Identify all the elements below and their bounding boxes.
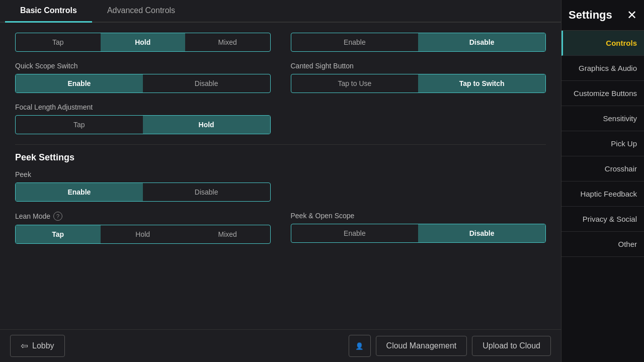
row-focal: Focal Length Adjustment Tap Hold xyxy=(15,103,546,134)
tap-to-switch[interactable]: Tap to Switch xyxy=(418,74,545,93)
lean-mixed[interactable]: Mixed xyxy=(185,225,270,243)
right-sidebar: Settings ✕ Controls Graphics & Audio Cus… xyxy=(561,0,644,362)
mixed-option-1[interactable]: Mixed xyxy=(185,33,270,51)
tab-basic[interactable]: Basic Controls xyxy=(5,0,92,23)
quick-scope-buttons: Enable Disable xyxy=(15,74,271,93)
sidebar-nav: Controls Graphics & Audio Customize Butt… xyxy=(561,31,644,257)
sidebar-item-haptic-feedback[interactable]: Haptic Feedback xyxy=(561,182,644,207)
peek-disable[interactable]: Disable xyxy=(143,183,270,201)
scope-mode-group: Tap Hold Mixed xyxy=(15,33,271,52)
settings-scroll: Tap Hold Mixed Enable Disable Quick Sc xyxy=(0,23,561,329)
focal-group: Focal Length Adjustment Tap Hold xyxy=(15,103,271,134)
quick-scope-enable[interactable]: Enable xyxy=(16,74,143,93)
lean-mode-info-icon[interactable]: ? xyxy=(53,212,62,221)
tap-to-use[interactable]: Tap to Use xyxy=(291,74,419,93)
peek-scope-disable[interactable]: Disable xyxy=(418,224,545,242)
cloud-avatar-button[interactable]: 👤 xyxy=(349,335,371,357)
cloud-mgmt-label: Cloud Management xyxy=(386,341,457,350)
sidebar-title: Settings xyxy=(569,9,612,22)
lobby-button[interactable]: ⇦ Lobby xyxy=(10,335,65,357)
quick-scope-disable[interactable]: Disable xyxy=(143,74,270,93)
sidebar-item-privacy-social[interactable]: Privacy & Social xyxy=(561,207,644,232)
sidebar-item-pick-up[interactable]: Pick Up xyxy=(561,131,644,156)
lobby-label: Lobby xyxy=(32,341,54,350)
enable-option-1[interactable]: Enable xyxy=(291,33,419,51)
cloud-management-button[interactable]: Cloud Management xyxy=(376,336,467,356)
sidebar-item-crosshair[interactable]: Crosshair xyxy=(561,156,644,182)
upload-label: Upload to Cloud xyxy=(482,341,540,350)
row-peek: Peek Enable Disable xyxy=(15,170,546,202)
sidebar-item-other[interactable]: Other xyxy=(561,232,644,257)
lean-tap[interactable]: Tap xyxy=(16,225,101,243)
sidebar-header: Settings ✕ xyxy=(561,0,644,31)
enable-disable-group-1: Enable Disable xyxy=(291,33,546,52)
peek-enable[interactable]: Enable xyxy=(16,183,143,201)
peek-buttons: Enable Disable xyxy=(15,183,271,202)
row-top-controls: Tap Hold Mixed Enable Disable xyxy=(15,33,546,52)
lean-mode-group: Lean Mode ? Tap Hold Mixed xyxy=(15,212,271,244)
peek-scope-buttons: Enable Disable xyxy=(291,224,546,243)
disable-option-1[interactable]: Disable xyxy=(418,33,545,51)
row-quick-scope: Quick Scope Switch Enable Disable Canted… xyxy=(15,62,546,93)
hold-option-1[interactable]: Hold xyxy=(101,33,186,51)
lean-mode-buttons: Tap Hold Mixed xyxy=(15,225,271,244)
top-tabs: Basic Controls Advanced Controls xyxy=(0,0,561,23)
quick-scope-group: Quick Scope Switch Enable Disable xyxy=(15,62,271,93)
tap-option-1[interactable]: Tap xyxy=(16,33,101,51)
tab-advanced[interactable]: Advanced Controls xyxy=(92,0,190,23)
row-lean-peek-scope: Lean Mode ? Tap Hold Mixed Peek & Open S… xyxy=(15,212,546,244)
canted-sight-buttons: Tap to Use Tap to Switch xyxy=(291,74,546,93)
peek-scope-enable[interactable]: Enable xyxy=(291,224,419,242)
lean-hold[interactable]: Hold xyxy=(101,225,186,243)
peek-section-title: Peek Settings xyxy=(15,152,546,163)
section-divider xyxy=(15,144,546,145)
focal-tap[interactable]: Tap xyxy=(16,116,143,134)
close-button[interactable]: ✕ xyxy=(627,8,637,22)
upload-to-cloud-button[interactable]: Upload to Cloud xyxy=(472,336,551,356)
sidebar-item-customize-buttons[interactable]: Customize Buttons xyxy=(561,81,644,106)
peek-label: Peek xyxy=(15,170,271,178)
lobby-icon: ⇦ xyxy=(21,340,28,351)
peek-scope-label: Peek & Open Scope xyxy=(291,212,546,220)
main-content: Basic Controls Advanced Controls Tap Hol… xyxy=(0,0,561,362)
focal-hold[interactable]: Hold xyxy=(143,116,270,134)
cloud-avatar-icon: 👤 xyxy=(355,342,364,350)
quick-scope-label: Quick Scope Switch xyxy=(15,62,271,70)
sidebar-item-sensitivity[interactable]: Sensitivity xyxy=(561,106,644,131)
lean-mode-label: Lean Mode ? xyxy=(15,212,271,221)
sidebar-item-controls[interactable]: Controls xyxy=(561,31,644,56)
focal-label: Focal Length Adjustment xyxy=(15,103,271,111)
scope-mode-buttons: Tap Hold Mixed xyxy=(15,33,271,52)
focal-buttons: Tap Hold xyxy=(15,115,271,134)
canted-sight-group: Canted Sight Button Tap to Use Tap to Sw… xyxy=(291,62,546,93)
peek-group: Peek Enable Disable xyxy=(15,170,271,202)
peek-scope-group: Peek & Open Scope Enable Disable xyxy=(291,212,546,243)
canted-sight-label: Canted Sight Button xyxy=(291,62,546,70)
sidebar-item-graphics-audio[interactable]: Graphics & Audio xyxy=(561,56,644,81)
bottom-bar: ⇦ Lobby 👤 Cloud Management Upload to Clo… xyxy=(0,329,561,362)
enable-disable-buttons-1: Enable Disable xyxy=(291,33,546,52)
